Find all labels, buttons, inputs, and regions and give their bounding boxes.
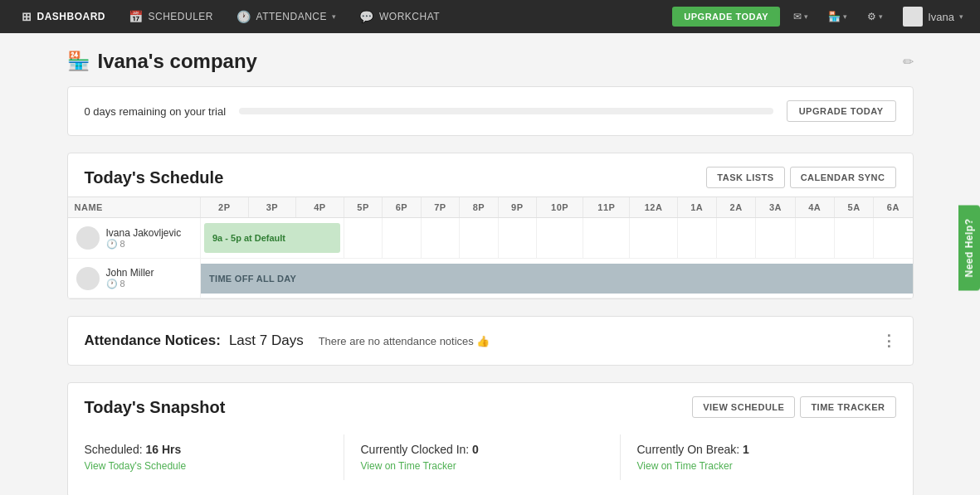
mail-button[interactable]: ✉ ▾ <box>787 11 815 22</box>
user-avatar <box>903 7 923 27</box>
time-cell <box>834 218 873 259</box>
employee-info: John Miller 🕐 8 <box>76 267 193 290</box>
view-schedule-button[interactable]: VIEW SCHEDULE <box>692 396 795 418</box>
employee-name-cell: John Miller 🕐 8 <box>68 259 201 298</box>
user-menu[interactable]: Ivana ▾ <box>896 7 970 27</box>
time-off-cell: TIME OFF ALL DAY <box>201 259 913 298</box>
shift-block: 9a - 5p at Default <box>204 223 340 253</box>
emp-hours: 🕐 8 <box>106 239 182 250</box>
col-4a: 4A <box>795 197 834 218</box>
clocked-in-tracker-link[interactable]: View on Time Tracker <box>361 460 456 472</box>
snapshot-title: Today's Snapshot <box>85 398 226 417</box>
trial-text: 0 days remaining on your trial <box>85 105 227 118</box>
emp-hours: 🕐 8 <box>106 279 154 289</box>
scheduler-icon: 📅 <box>129 10 144 23</box>
shift-cell-green: 9a - 5p at Default <box>201 218 344 259</box>
attendance-subtitle: Last 7 Days <box>229 332 304 349</box>
time-cell <box>421 218 459 259</box>
nav-attendance-label: ATTENDANCE <box>256 11 327 22</box>
time-cell <box>677 218 716 259</box>
trial-days: 0 <box>85 105 90 118</box>
nav-dashboard[interactable]: ⊞ DASHBOARD <box>10 0 117 33</box>
col-12a: 12A <box>630 197 677 218</box>
company-header: 🏪 Ivana's company ✏ <box>67 50 914 73</box>
col-7p: 7P <box>421 197 459 218</box>
schedule-header-row: NAME 2P 3P 4P 5P 6P 7P 8P 9P 10P 11P 12A… <box>68 197 913 218</box>
trial-progress-bar <box>239 108 773 114</box>
nav-attendance[interactable]: 🕐 ATTENDANCE ▾ <box>225 0 348 33</box>
time-cell <box>874 218 913 259</box>
schedule-table-container: NAME 2P 3P 4P 5P 6P 7P 8P 9P 10P 11P 12A… <box>68 197 913 298</box>
snapshot-clocked-in: Currently Clocked In: 0 View on Time Tra… <box>344 434 620 480</box>
employee-name-cell: Ivana Jakovljevic 🕐 8 <box>68 218 201 259</box>
time-cell <box>583 218 630 259</box>
attendance-menu-icon[interactable]: ⋮ <box>881 332 896 350</box>
trial-upgrade-button[interactable]: UPGRADE TODAY <box>787 100 896 122</box>
time-cell <box>383 218 421 259</box>
col-name: NAME <box>68 197 201 218</box>
calendar-sync-button[interactable]: CALENDAR SYNC <box>790 167 896 188</box>
col-10p: 10P <box>537 197 583 218</box>
schedule-title: Today's Schedule <box>85 168 224 187</box>
store-chevron-icon: ▾ <box>843 12 847 21</box>
emp-name: Ivana Jakovljevic <box>106 227 182 239</box>
col-9p: 9P <box>498 197 536 218</box>
store-icon: 🏪 <box>828 11 841 22</box>
mail-icon: ✉ <box>793 11 802 22</box>
nav-dashboard-label: DASHBOARD <box>37 11 106 22</box>
nav-right: UPGRADE TODAY ✉ ▾ 🏪 ▾ ⚙ ▾ Ivana ▾ <box>672 7 970 27</box>
col-3p: 3P <box>248 197 296 218</box>
need-help-tab[interactable]: Need Help? <box>958 205 980 290</box>
nav-scheduler[interactable]: 📅 SCHEDULER <box>117 0 225 33</box>
schedule-actions: TASK LISTS CALENDAR SYNC <box>706 167 895 188</box>
snapshot-actions: VIEW SCHEDULE TIME TRACKER <box>692 396 895 418</box>
table-row: John Miller 🕐 8 TIME OFF ALL DAY <box>68 259 913 298</box>
main-content: 🏪 Ivana's company ✏ 0 days remaining on … <box>34 33 947 495</box>
settings-chevron-icon: ▾ <box>879 12 883 21</box>
snapshot-scheduled: Scheduled: 16 Hrs View Today's Schedule <box>85 434 344 480</box>
upgrade-button[interactable]: UPGRADE TODAY <box>672 7 780 27</box>
col-8p: 8P <box>460 197 498 218</box>
attendance-icon: 🕐 <box>236 10 251 23</box>
trial-bar: 0 days remaining on your trial UPGRADE T… <box>67 86 914 136</box>
on-break-tracker-link[interactable]: View on Time Tracker <box>637 460 733 472</box>
col-4p: 4P <box>296 197 344 218</box>
col-6a: 6A <box>874 197 913 218</box>
col-11p: 11P <box>583 197 630 218</box>
time-cell <box>795 218 834 259</box>
store-button[interactable]: 🏪 ▾ <box>822 11 854 22</box>
time-cell <box>537 218 583 259</box>
time-cell <box>344 218 382 259</box>
mail-chevron-icon: ▾ <box>804 12 808 21</box>
nav-scheduler-label: SCHEDULER <box>149 11 214 22</box>
schedule-card: Today's Schedule TASK LISTS CALENDAR SYN… <box>67 153 914 299</box>
attendance-card: Attendance Notices: Last 7 Days There ar… <box>67 316 914 366</box>
edit-icon[interactable]: ✏ <box>903 54 914 70</box>
table-row: Ivana Jakovljevic 🕐 8 9a - 5p at Default <box>68 218 913 259</box>
task-lists-button[interactable]: TASK LISTS <box>706 167 784 188</box>
snapshot-scheduled-label: Scheduled: 16 Hrs <box>85 443 344 456</box>
col-2p: 2P <box>201 197 249 218</box>
snapshot-body: Scheduled: 16 Hrs View Today's Schedule … <box>68 426 913 495</box>
time-cell <box>498 218 536 259</box>
time-cell <box>630 218 677 259</box>
attendance-notice-text: There are no attendance notices 👍 <box>319 335 490 347</box>
schedule-table: NAME 2P 3P 4P 5P 6P 7P 8P 9P 10P 11P 12A… <box>68 197 913 298</box>
workchat-icon: 💬 <box>359 10 374 23</box>
top-navigation: ⊞ DASHBOARD 📅 SCHEDULER 🕐 ATTENDANCE ▾ 💬… <box>0 0 980 33</box>
nav-workchat-label: WORKCHAT <box>379 11 440 22</box>
company-store-icon: 🏪 <box>67 51 90 72</box>
trial-label: days remaining on your trial <box>93 105 226 118</box>
emp-details: John Miller 🕐 8 <box>106 267 154 289</box>
settings-button[interactable]: ⚙ ▾ <box>861 11 890 22</box>
snapshot-break-label: Currently On Break: 1 <box>637 443 896 456</box>
col-6p: 6P <box>383 197 421 218</box>
time-off-block: TIME OFF ALL DAY <box>201 264 913 294</box>
time-cell <box>756 218 795 259</box>
gear-icon: ⚙ <box>867 11 876 22</box>
view-today-schedule-link[interactable]: View Today's Schedule <box>85 460 187 472</box>
col-5p: 5P <box>344 197 382 218</box>
time-cell <box>460 218 498 259</box>
nav-workchat[interactable]: 💬 WORKCHAT <box>348 0 451 33</box>
time-tracker-button[interactable]: TIME TRACKER <box>800 396 895 418</box>
